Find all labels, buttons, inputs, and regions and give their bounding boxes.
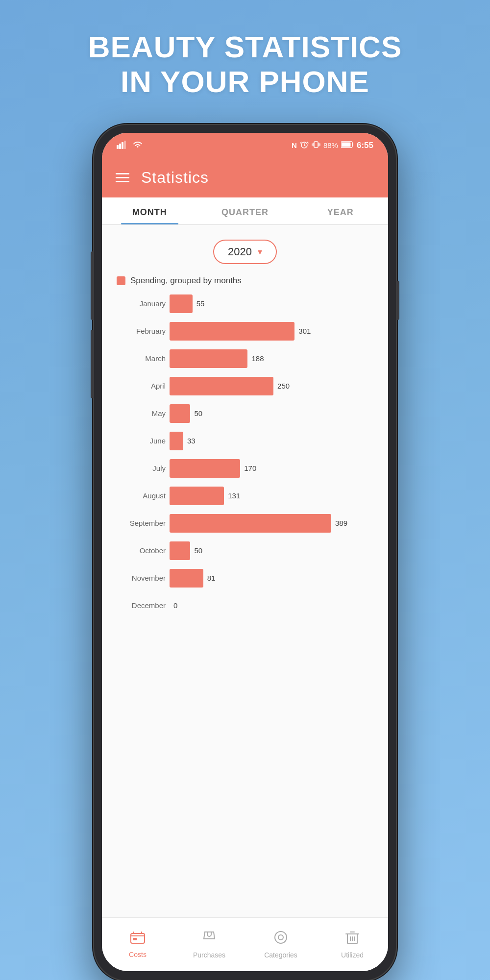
wifi-icon [132, 141, 143, 150]
clock-time: 6:55 [357, 141, 373, 150]
svg-rect-0 [117, 145, 119, 149]
bar-row: March188 [112, 349, 378, 368]
bar-chart: January55February301March188April250May5… [112, 294, 378, 615]
bar-row: November81 [112, 569, 378, 588]
svg-rect-2 [122, 142, 123, 149]
utilized-icon [345, 930, 359, 948]
bar-month-label: October [112, 546, 166, 555]
nav-label-utilized: Utilized [341, 951, 364, 959]
tab-bar: MONTH QUARTER YEAR [102, 197, 388, 225]
nav-label-categories: Categories [264, 951, 297, 959]
bar-month-label: November [112, 574, 166, 582]
bar-track: 301 [170, 322, 378, 341]
nav-label-purchases: Purchases [193, 951, 225, 959]
bar-month-label: June [112, 437, 166, 445]
bar-fill [170, 349, 247, 368]
bar-track: 50 [170, 404, 378, 423]
svg-rect-1 [119, 144, 121, 149]
tab-month[interactable]: MONTH [102, 197, 197, 224]
battery-icon [341, 141, 354, 150]
bottom-nav: Costs Purchases Categories Utilized [102, 917, 388, 971]
bar-track: 389 [170, 514, 378, 533]
bar-row: December0 [112, 596, 378, 615]
chevron-down-icon: ▾ [258, 246, 262, 257]
bar-row: September389 [112, 514, 378, 533]
bar-track: 170 [170, 459, 378, 478]
bar-fill [170, 294, 193, 313]
svg-rect-3 [124, 141, 126, 149]
tab-quarter[interactable]: QUARTER [197, 197, 293, 224]
nav-item-utilized[interactable]: Utilized [317, 918, 388, 971]
battery-pct: 88% [323, 141, 338, 149]
bar-fill [170, 514, 331, 533]
bar-track: 188 [170, 349, 378, 368]
bar-month-label: May [112, 409, 166, 417]
bar-month-label: September [112, 519, 166, 527]
bar-row: October50 [112, 541, 378, 560]
legend-color-swatch [117, 276, 125, 285]
bar-row: July170 [112, 459, 378, 478]
signal-icon [117, 140, 128, 151]
menu-icon[interactable] [116, 173, 129, 182]
bar-month-label: February [112, 327, 166, 335]
status-right: N [292, 140, 373, 151]
bar-row: August131 [112, 487, 378, 505]
nav-item-purchases[interactable]: Purchases [173, 918, 245, 971]
bar-track: 131 [170, 487, 378, 505]
bar-value-label: 55 [196, 299, 205, 308]
legend-text: Spending, grouped by months [130, 276, 242, 286]
bar-value-label: 250 [277, 382, 290, 390]
bar-value-label: 81 [207, 574, 216, 582]
status-bar: N [102, 133, 388, 158]
app-title: Statistics [141, 169, 209, 187]
bar-track: 50 [170, 541, 378, 560]
chart-legend: Spending, grouped by months [112, 276, 378, 286]
vibrate-icon [312, 140, 320, 151]
bar-fill [170, 459, 240, 478]
bar-fill [170, 569, 203, 588]
bar-month-label: March [112, 354, 166, 363]
nfc-indicator: N [292, 141, 297, 149]
tab-year[interactable]: YEAR [293, 197, 388, 224]
hero-title: BEAUTY STATISTICS IN YOUR PHONE [88, 29, 402, 99]
bar-fill [170, 487, 224, 505]
svg-rect-5 [314, 142, 318, 147]
phone-mockup: N [93, 124, 397, 980]
bar-value-label: 33 [187, 437, 196, 445]
bar-value-label: 131 [228, 491, 240, 500]
bar-row: June33 [112, 432, 378, 450]
year-selector[interactable]: 2020 ▾ [213, 240, 277, 264]
nav-label-costs: Costs [129, 951, 147, 958]
bar-value-label: 188 [251, 354, 264, 363]
bar-row: February301 [112, 322, 378, 341]
bar-fill [170, 432, 183, 450]
bar-month-label: January [112, 299, 166, 308]
bar-track: 0 [170, 596, 378, 615]
bar-fill [170, 322, 294, 341]
bar-fill [170, 541, 190, 560]
svg-rect-9 [133, 938, 137, 940]
alarm-icon [300, 140, 309, 151]
bar-value-label: 0 [173, 601, 177, 610]
bar-fill [170, 404, 190, 423]
bar-track: 55 [170, 294, 378, 313]
bar-value-label: 301 [298, 327, 311, 335]
svg-rect-7 [342, 142, 350, 147]
year-selector-wrap: 2020 ▾ [102, 240, 388, 264]
bar-month-label: August [112, 491, 166, 500]
bar-track: 81 [170, 569, 378, 588]
bar-row: May50 [112, 404, 378, 423]
year-value: 2020 [228, 245, 252, 258]
bar-value-label: 389 [335, 519, 347, 527]
nav-item-categories[interactable]: Categories [245, 918, 317, 971]
phone-screen: N [102, 133, 388, 971]
costs-icon [130, 931, 146, 948]
bar-row: April250 [112, 377, 378, 395]
bar-row: January55 [112, 294, 378, 313]
bar-fill [170, 377, 273, 395]
bar-value-label: 50 [194, 546, 202, 555]
bar-month-label: April [112, 382, 166, 390]
app-header: Statistics [102, 158, 388, 197]
nav-item-costs[interactable]: Costs [102, 918, 173, 971]
bar-value-label: 170 [244, 464, 256, 472]
